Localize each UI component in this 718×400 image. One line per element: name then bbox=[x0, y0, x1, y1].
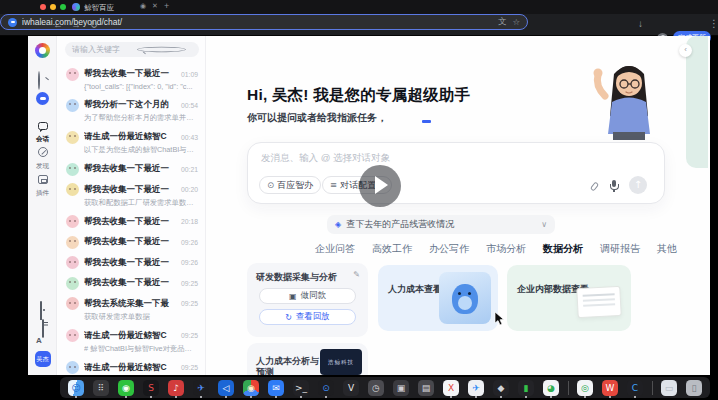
dock-app-icon[interactable]: ◆ bbox=[493, 380, 509, 396]
conversation-avatar bbox=[66, 297, 79, 310]
conversation-avatar bbox=[66, 277, 79, 290]
conversation-item[interactable]: 帮我去收集一下最近一 01:09 {"tool_calls": [{"index… bbox=[64, 63, 200, 94]
dock-app-icon[interactable]: ◕ bbox=[543, 380, 559, 396]
tab-office-writing[interactable]: 办公写作 bbox=[429, 242, 469, 256]
smart-mode-pill[interactable]: ⊙ 百应智办 bbox=[259, 176, 321, 194]
dock-app-icon[interactable]: S bbox=[143, 380, 159, 396]
view-replay-button[interactable]: ↻ 查看回放 bbox=[259, 309, 356, 325]
dock-app-icon[interactable]: X bbox=[443, 380, 459, 396]
rail-item-discover[interactable]: 发现 bbox=[28, 143, 57, 171]
rail-item-conversations[interactable]: 会话 bbox=[28, 116, 57, 144]
dock-app-icon[interactable]: ◉ bbox=[118, 380, 134, 396]
dock-app-icon[interactable]: ☺ bbox=[68, 380, 84, 396]
notifications-bell-icon[interactable] bbox=[40, 301, 42, 320]
conversation-item[interactable]: 请生成一份最近鲸智C 09:25 bbox=[64, 357, 200, 376]
reload-button[interactable]: ↻ bbox=[88, 19, 100, 30]
running-indicator bbox=[584, 396, 586, 398]
dock-app-icon[interactable]: ✈ bbox=[468, 380, 484, 396]
conversation-item[interactable]: 帮我分析一下这个月的 00:54 为了帮助您分析本月的需求单并规划... bbox=[64, 94, 200, 126]
tab-efficient-work[interactable]: 高效工作 bbox=[372, 242, 412, 256]
suggestion-bar[interactable]: ◈ 查下去年的产品线营收情况 ∨ bbox=[327, 215, 555, 234]
make-same-button[interactable]: ▣ 做同款 bbox=[259, 288, 356, 304]
dock-cell: ▭ bbox=[657, 377, 682, 398]
conversation-avatar bbox=[66, 256, 79, 269]
conversation-item[interactable]: 帮我去收集一下最近一 09:26 bbox=[64, 252, 200, 273]
tab-enterprise-qa[interactable]: 企业问答 bbox=[315, 242, 355, 256]
dock-cell: ♪ bbox=[164, 377, 189, 398]
dock-app-icon[interactable]: ⊙ bbox=[318, 380, 334, 396]
dock-app-icon[interactable]: V bbox=[343, 380, 359, 396]
dock-app-icon[interactable]: >_ bbox=[293, 380, 309, 396]
new-chat-icon[interactable] bbox=[36, 92, 49, 105]
conversation-avatar bbox=[66, 329, 79, 342]
dock-app-icon[interactable]: ✉ bbox=[268, 380, 284, 396]
conversation-item[interactable]: 帮我去收集一下最近一 00:20 获取和配数据工厂研发需求单数据 ... bbox=[64, 179, 200, 211]
dock-app-icon[interactable]: ⠿ bbox=[93, 380, 109, 396]
minimize-window-button[interactable] bbox=[50, 4, 56, 10]
mouse-cursor bbox=[494, 312, 506, 326]
forward-button[interactable]: → bbox=[70, 19, 82, 30]
video-play-button[interactable] bbox=[359, 165, 401, 207]
card-hr-cost-view[interactable]: 人力成本查看 bbox=[378, 265, 498, 331]
microphone-icon[interactable] bbox=[612, 180, 616, 187]
back-button[interactable]: ← bbox=[52, 19, 64, 30]
bookmark-star-icon[interactable]: ☆ bbox=[512, 17, 520, 27]
conversation-item[interactable]: 请生成一份最近鲸智C 00:43 以下是为您生成的鲸智ChatBI与机构... bbox=[64, 126, 200, 158]
dock-cell: ◉ bbox=[114, 377, 139, 398]
sidebar-search-placeholder: 请输入关键字 bbox=[72, 44, 131, 55]
user-avatar[interactable]: 吴杰 bbox=[35, 351, 51, 367]
edit-pencil-icon[interactable]: ✎ bbox=[353, 270, 360, 279]
dock-app-icon[interactable]: ◎ bbox=[577, 380, 593, 396]
collapse-panel-button[interactable]: ‹ bbox=[679, 44, 692, 57]
conversation-snippet: 以下是为您生成的鲸智ChatBI与机构... bbox=[84, 145, 198, 155]
close-window-button[interactable] bbox=[40, 4, 46, 10]
dock-app-icon[interactable]: ▭ bbox=[661, 380, 677, 396]
app-rail: 会话 发现 插件 A 吴杰 bbox=[28, 36, 57, 375]
conversation-item[interactable]: 帮我去收集一下最近一 00:21 bbox=[64, 158, 200, 179]
dock-app-icon[interactable]: ▤ bbox=[418, 380, 434, 396]
tab-research-report[interactable]: 调研报告 bbox=[600, 242, 640, 256]
tab-close-button[interactable]: ✕ bbox=[152, 2, 158, 10]
dock-app-icon[interactable]: C bbox=[627, 380, 643, 396]
tab-data-analysis[interactable]: 数据分析 bbox=[543, 242, 583, 256]
conversation-item[interactable]: 帮我去收集一下最近一 09:26 bbox=[64, 231, 200, 252]
dock-app-icon[interactable]: ◉ bbox=[243, 380, 259, 396]
tab-other[interactable]: 其他 bbox=[657, 242, 677, 256]
send-button[interactable]: ↑ bbox=[629, 176, 647, 194]
conversation-time: 09:25 bbox=[181, 364, 198, 371]
dock-app-icon[interactable]: ◁ bbox=[218, 380, 234, 396]
search-icon bbox=[137, 47, 186, 53]
dock-app-icon[interactable]: ▮ bbox=[518, 380, 534, 396]
card-internal-data-view[interactable]: 企业内部数据查看 bbox=[507, 265, 631, 331]
zoom-window-button[interactable] bbox=[60, 4, 66, 10]
tab-market-analysis[interactable]: 市场分析 bbox=[486, 242, 526, 256]
conversation-item[interactable]: 请生成一份最近鲸智C 09:25 # 鲸智ChatBI与鲸智Five对竞品分析.… bbox=[64, 325, 200, 357]
browser-menu-icon[interactable]: ⋮ bbox=[709, 18, 718, 29]
dock-app-icon[interactable]: ▣ bbox=[393, 380, 409, 396]
card-hr-cost-forecast[interactable]: 人力成本分析与预测 浩鲸科技 bbox=[247, 343, 368, 375]
documents-icon[interactable] bbox=[42, 319, 44, 338]
dock-app-icon[interactable]: ◷ bbox=[368, 380, 384, 396]
search-icon[interactable] bbox=[38, 71, 40, 90]
dock-app-icon[interactable]: ✈ bbox=[193, 380, 209, 396]
conversation-time: 00:43 bbox=[181, 134, 198, 141]
conversation-item[interactable]: 帮我去收集一下最近一 20:18 bbox=[64, 211, 200, 232]
translate-icon[interactable]: 文 bbox=[498, 16, 507, 28]
running-indicator bbox=[300, 396, 302, 398]
dock-cell: ◎ bbox=[573, 377, 598, 398]
conversation-item[interactable]: 帮我去收集一下最近一 09:25 bbox=[64, 272, 200, 293]
sidebar-search-input[interactable]: 请输入关键字 bbox=[65, 42, 199, 57]
dock-cell: X bbox=[439, 377, 464, 398]
new-tab-button[interactable]: + bbox=[164, 1, 169, 11]
dock-app-icon[interactable]: ♪ bbox=[168, 380, 184, 396]
font-tool-icon[interactable]: A bbox=[36, 336, 42, 345]
conversation-list: 帮我去收集一下最近一 01:09 {"tool_calls": [{"index… bbox=[64, 63, 200, 375]
rail-item-plugins[interactable]: 插件 bbox=[28, 170, 57, 198]
dock-app-icon[interactable]: ▯ bbox=[686, 380, 702, 396]
conversation-snippet: {"tool_calls": [{"index": 0, "id": "c... bbox=[84, 82, 198, 91]
downloads-icon[interactable]: ↓ bbox=[638, 18, 643, 29]
conversation-item[interactable]: 帮我去系统采集一下最 09:25 获取研发需求单数据 bbox=[64, 293, 200, 325]
chevron-down-icon[interactable]: ∨ bbox=[541, 220, 547, 229]
dock-app-icon[interactable]: W bbox=[602, 380, 618, 396]
card-rd-data-collection[interactable]: 研发数据采集与分析 ✎ ▣ 做同款 ↻ 查看回放 bbox=[247, 263, 368, 337]
